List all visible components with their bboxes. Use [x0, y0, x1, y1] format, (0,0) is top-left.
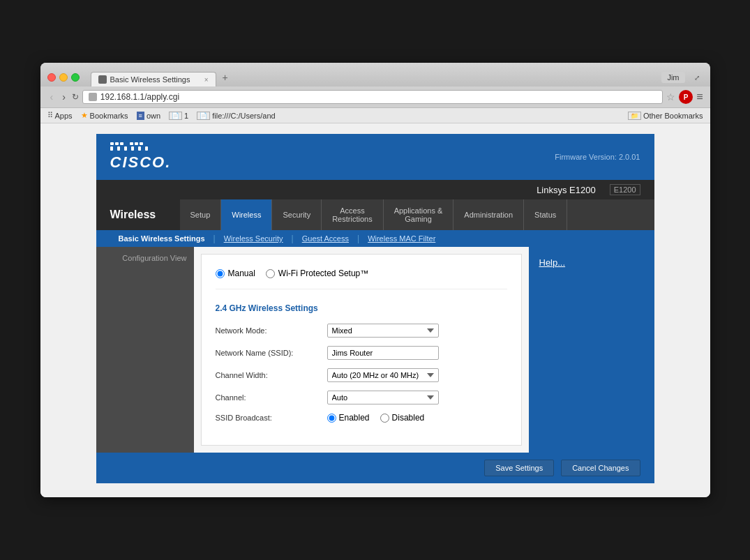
network-mode-label: Network Mode:: [216, 326, 327, 335]
browser-titlebar: Basic Wireless Settings × + Jim ⤢: [40, 63, 710, 86]
refresh-button[interactable]: ↻: [72, 92, 79, 102]
cancel-changes-button[interactable]: Cancel Changes: [561, 460, 640, 476]
ssid-enabled-label: Enabled: [339, 413, 370, 423]
nav-tabs: Setup Wireless Security AccessRestrictio…: [180, 199, 654, 230]
traffic-lights: [47, 73, 80, 82]
ssid-disabled-label: Disabled: [392, 413, 425, 423]
channel-row: Channel: Auto 1 2 3 6 11: [216, 391, 507, 404]
sub-nav-mac-filter[interactable]: Wireless MAC Filter: [359, 230, 444, 247]
wps-mode-label: Wi-Fi Protected Setup™: [278, 268, 368, 278]
channel-width-label: Channel Width:: [216, 371, 327, 379]
router-ui: CISCO. Firmware Version: 2.0.01 Linksys …: [96, 134, 654, 483]
bookmark-own-label: own: [147, 112, 160, 120]
ssid-broadcast-row: SSID Broadcast: Enabled Disabled: [216, 413, 507, 423]
bookmark-apps[interactable]: ⠿ Apps: [47, 111, 73, 120]
channel-select[interactable]: Auto 1 2 3 6 11: [327, 391, 439, 404]
sub-nav-wireless-security[interactable]: Wireless Security: [216, 230, 292, 247]
manual-mode-radio[interactable]: [216, 269, 225, 278]
bookmark-file[interactable]: 📄 file:///C:/Users/and: [197, 112, 275, 120]
sub-nav-guest-access[interactable]: Guest Access: [294, 230, 357, 247]
bookmark-1-label: 1: [184, 112, 188, 120]
settings-container: Manual Wi-Fi Protected Setup™ 2.4 GHz Wi…: [201, 254, 522, 446]
bookmark-apps-label: Apps: [55, 112, 73, 120]
model-name: Linksys E1200: [537, 185, 596, 195]
content-area: Configuration View Manual: [96, 247, 654, 453]
tab-close-button[interactable]: ×: [204, 76, 209, 84]
url-text: 192.168.1.1/apply.cgi: [100, 92, 179, 102]
maximize-window-button[interactable]: [71, 73, 80, 82]
tab-favicon-icon: [98, 75, 107, 84]
back-button[interactable]: ‹: [47, 90, 57, 104]
ssid-broadcast-options: Enabled Disabled: [327, 413, 425, 423]
pinterest-button[interactable]: P: [679, 90, 693, 104]
tab-title: Basic Wireless Settings: [110, 75, 190, 84]
new-tab-button[interactable]: +: [216, 68, 234, 86]
page-content: CISCO. Firmware Version: 2.0.01 Linksys …: [40, 123, 710, 497]
cisco-logo: CISCO.: [110, 142, 172, 172]
wps-mode-radio[interactable]: [266, 269, 275, 278]
nav-tab-applications-gaming[interactable]: Applications &Gaming: [384, 199, 454, 230]
manual-mode-label: Manual: [228, 268, 255, 278]
help-link[interactable]: Help...: [539, 257, 566, 268]
nav-tab-security[interactable]: Security: [272, 199, 322, 230]
main-nav: Wireless Setup Wireless Security AccessR…: [96, 199, 654, 230]
model-bar: Linksys E1200 E1200: [96, 180, 654, 199]
nav-tab-access-restrictions[interactable]: AccessRestrictions: [322, 199, 383, 230]
forward-button[interactable]: ›: [59, 90, 68, 104]
browser-expand-button[interactable]: ⤢: [691, 73, 703, 83]
section-title: 2.4 GHz Wireless Settings: [216, 303, 507, 313]
ssid-disabled-radio[interactable]: [380, 414, 389, 423]
ssid-enabled-radio[interactable]: [327, 414, 336, 423]
nav-tab-setup[interactable]: Setup: [180, 199, 222, 230]
wireless-section-label: Wireless: [96, 199, 180, 230]
bookmark-star-button[interactable]: ☆: [666, 91, 675, 103]
other-bookmarks[interactable]: 📁 Other Bookmarks: [628, 112, 703, 120]
network-mode-select[interactable]: Mixed Wireless-N Only Wireless-G Only Wi…: [327, 324, 439, 338]
footer-bar: Save Settings Cancel Changes: [96, 453, 654, 483]
tab-bar: Basic Wireless Settings × +: [91, 68, 657, 86]
address-bar-icon: [89, 93, 97, 101]
ssid-disabled-option[interactable]: Disabled: [380, 413, 425, 423]
channel-width-row: Channel Width: Auto (20 MHz or 40 MHz) 2…: [216, 368, 507, 382]
sidebar: Configuration View: [96, 247, 194, 453]
channel-width-select[interactable]: Auto (20 MHz or 40 MHz) 20 MHz Only: [327, 368, 439, 382]
config-mode-selector: Manual Wi-Fi Protected Setup™: [216, 268, 507, 289]
network-name-row: Network Name (SSID):: [216, 346, 507, 360]
configuration-view-label: Configuration View: [103, 254, 187, 262]
ssid-enabled-option[interactable]: Enabled: [327, 413, 370, 423]
nav-tab-wireless[interactable]: Wireless: [221, 199, 272, 230]
address-bar[interactable]: 192.168.1.1/apply.cgi: [82, 90, 663, 104]
browser-menu-button[interactable]: ≡: [696, 91, 703, 103]
nav-tab-administration[interactable]: Administration: [453, 199, 524, 230]
ssid-broadcast-label: SSID Broadcast:: [216, 414, 327, 422]
bookmark-bookmarks-label: Bookmarks: [90, 112, 128, 120]
right-panel: Help...: [529, 247, 654, 453]
main-panel: Manual Wi-Fi Protected Setup™ 2.4 GHz Wi…: [194, 247, 529, 453]
browser-toolbar: ‹ › ↻ 192.168.1.1/apply.cgi ☆ P ≡: [40, 86, 710, 108]
nav-tab-status[interactable]: Status: [524, 199, 567, 230]
browser-tab[interactable]: Basic Wireless Settings ×: [91, 72, 216, 86]
network-mode-row: Network Mode: Mixed Wireless-N Only Wire…: [216, 324, 507, 338]
other-bookmarks-label: Other Bookmarks: [643, 112, 703, 120]
wps-mode-option[interactable]: Wi-Fi Protected Setup™: [266, 268, 368, 278]
browser-user-label: Jim: [661, 72, 684, 83]
minimize-window-button[interactable]: [59, 73, 68, 82]
channel-label: Channel:: [216, 393, 327, 402]
save-settings-button[interactable]: Save Settings: [484, 460, 554, 476]
browser-window: Basic Wireless Settings × + Jim ⤢ ‹ › ↻ …: [40, 63, 710, 497]
model-number: E1200: [610, 184, 640, 195]
router-header: CISCO. Firmware Version: 2.0.01: [96, 134, 654, 180]
close-window-button[interactable]: [47, 73, 56, 82]
bookmark-own[interactable]: ≡ own: [137, 112, 160, 120]
firmware-info: Firmware Version: 2.0.01: [555, 153, 640, 161]
network-name-label: Network Name (SSID):: [216, 349, 327, 357]
bookmark-file-label: file:///C:/Users/and: [212, 112, 275, 120]
sub-nav: Basic Wireless Settings | Wireless Secur…: [96, 230, 654, 247]
network-name-input[interactable]: [327, 346, 439, 360]
bookmarks-bar: ⠿ Apps ★ Bookmarks ≡ own 📄 1 📄 file:///C…: [40, 108, 710, 123]
bookmark-bookmarks[interactable]: ★ Bookmarks: [81, 111, 128, 120]
manual-mode-option[interactable]: Manual: [216, 268, 255, 278]
bookmark-1[interactable]: 📄 1: [169, 112, 188, 120]
sub-nav-basic-wireless[interactable]: Basic Wireless Settings: [110, 230, 213, 247]
